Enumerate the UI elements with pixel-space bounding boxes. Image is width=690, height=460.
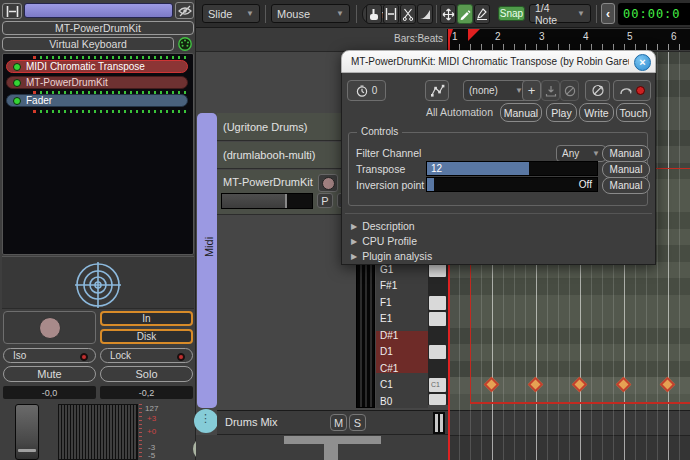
track-mute-button[interactable]: M [330, 414, 347, 431]
piano-key-f1[interactable] [429, 296, 446, 310]
automation-curve-button[interactable] [425, 80, 449, 101]
snap-toggle-button[interactable]: Snap [498, 6, 525, 21]
toolbar-separator [356, 5, 357, 23]
track-group-strip[interactable]: Midi [197, 113, 217, 408]
lock-led [177, 353, 185, 361]
piano-key-e1[interactable] [429, 312, 446, 326]
range-tool-button[interactable] [383, 4, 399, 24]
drums-mix-color-tab[interactable]: ⋮ [194, 409, 218, 433]
bypass-icon [591, 84, 605, 97]
close-icon: × [639, 57, 645, 68]
processor-active-led[interactable] [13, 79, 21, 87]
transpose-manual-button[interactable]: Manual [602, 161, 650, 178]
track-color-button[interactable] [24, 3, 173, 18]
gain-fader[interactable] [15, 404, 39, 460]
loop-marker[interactable] [468, 29, 480, 41]
timer-button[interactable]: 0 [347, 80, 386, 101]
mouse-mode-selector[interactable]: Mouse▼ [271, 4, 350, 23]
piano-keys-column[interactable]: C1 [428, 262, 449, 405]
pencil-icon [459, 8, 471, 20]
track-header-drums-mix[interactable]: Drums Mix M S [217, 410, 450, 435]
save-preset-button[interactable] [541, 80, 560, 101]
monitor-disk-button[interactable]: Disk [100, 329, 193, 344]
solo-lock-button[interactable]: Lock [100, 348, 193, 363]
edit-mode-selector[interactable]: Slide▼ [202, 4, 260, 23]
processor-fader[interactable]: Fader [6, 94, 188, 107]
mute-button[interactable]: Mute [3, 366, 96, 382]
meter-dots [40, 56, 188, 59]
piano-key-b0[interactable] [429, 394, 446, 405]
grab-tool-button[interactable] [366, 4, 382, 24]
track-gain-slider[interactable] [221, 193, 313, 209]
automation-nodes-icon [430, 84, 445, 97]
record-enable-button[interactable] [3, 311, 96, 344]
description-expander[interactable]: ▶ Description [351, 220, 415, 232]
inline-control-button[interactable] [613, 80, 651, 101]
gain-display-right[interactable]: -0,2 [100, 386, 193, 399]
move-tool-button[interactable] [440, 4, 456, 24]
bypass-button[interactable] [585, 80, 610, 101]
resize-handle-horizontal[interactable] [284, 436, 381, 444]
track-name: MT-PowerDrumKit [223, 176, 313, 188]
track-name: (drumlabooh-multi) [223, 149, 315, 161]
move-cross-icon [442, 8, 455, 21]
automation-manual-button[interactable]: Manual [500, 103, 542, 122]
gain-display-left[interactable]: -0,0 [3, 386, 96, 399]
delete-preset-button[interactable] [560, 80, 579, 101]
piano-key-g1[interactable] [429, 263, 446, 277]
processor-active-led[interactable] [13, 97, 21, 105]
nudge-back-button[interactable]: ‹ [601, 3, 615, 24]
width-resize-icon [6, 6, 19, 17]
gain-handle [285, 194, 287, 208]
cpu-profile-expander[interactable]: ▶ CPU Profile [351, 235, 417, 247]
solo-button[interactable]: Solo [100, 366, 193, 382]
plugin-dialog[interactable]: MT-PowerDrumKit: MIDI Chromatic Transpos… [341, 50, 656, 265]
stretch-tool-button[interactable] [417, 4, 433, 24]
grid-unit-selector[interactable]: 1/4 Note▼ [529, 4, 591, 23]
chevron-left-icon: ‹ [606, 7, 610, 21]
virtual-keyboard-button[interactable]: Virtual Keyboard [2, 37, 174, 51]
hide-track-button[interactable] [175, 2, 194, 19]
panner-widget[interactable] [2, 256, 194, 309]
draw-tool-button[interactable] [457, 4, 473, 24]
monitor-input-button[interactable]: In [100, 311, 193, 326]
processor-mt-powerdrumkit[interactable]: MT-PowerDrumKit [6, 76, 188, 89]
content-tool-button[interactable] [474, 4, 490, 24]
playlist-button[interactable]: P [317, 193, 333, 208]
panner-target-icon [74, 261, 122, 309]
automation-touch-button[interactable]: Touch [616, 103, 651, 122]
processor-active-led[interactable] [13, 63, 21, 71]
midi-input-button[interactable] [177, 36, 194, 52]
bars-beats-ruler[interactable]: 1 2 3 4 5 6 [447, 29, 690, 50]
resize-handle-vertical[interactable] [324, 444, 338, 460]
scroomer-scrollbar[interactable] [356, 262, 375, 408]
strip-track-name-button[interactable]: MT-PowerDrumKit [2, 21, 194, 35]
toolbar-separator [436, 5, 437, 23]
add-preset-button[interactable]: + [522, 80, 541, 101]
inversion-point-slider[interactable]: Off [426, 177, 598, 192]
piano-key-c1[interactable]: C1 [429, 378, 446, 392]
cut-tool-button[interactable] [400, 4, 416, 24]
plugin-analysis-expander[interactable]: ▶ Plugin analysis [351, 250, 432, 262]
save-icon [545, 85, 557, 97]
processor-label: MIDI Chromatic Transpose [26, 61, 145, 72]
preset-selector[interactable]: (none)▼ [463, 80, 529, 101]
solo-isolate-button[interactable]: Iso [3, 348, 96, 363]
filter-channel-manual-button[interactable]: Manual [602, 145, 650, 162]
transpose-slider[interactable]: 12 [426, 161, 598, 176]
lock-label: Lock [110, 350, 131, 361]
strip-width-button[interactable] [2, 3, 22, 19]
close-button[interactable]: × [634, 54, 651, 71]
track-record-button[interactable] [318, 174, 338, 192]
timecode-clock[interactable]: 00:00:0 [618, 3, 690, 25]
meter-dot-red [33, 110, 36, 113]
track-solo-button[interactable]: S [349, 414, 366, 431]
automation-play-button[interactable]: Play [546, 103, 577, 122]
filter-channel-selector[interactable]: Any▼ [556, 145, 606, 162]
piano-key-d1[interactable] [429, 345, 446, 359]
inversion-manual-button[interactable]: Manual [602, 177, 650, 194]
automation-write-button[interactable]: Write [579, 103, 614, 122]
dial-arrow-icon [619, 85, 633, 97]
dialog-titlebar[interactable]: MT-PowerDrumKit: MIDI Chromatic Transpos… [341, 50, 656, 73]
processor-midi-chromatic-transpose[interactable]: MIDI Chromatic Transpose [6, 60, 188, 73]
